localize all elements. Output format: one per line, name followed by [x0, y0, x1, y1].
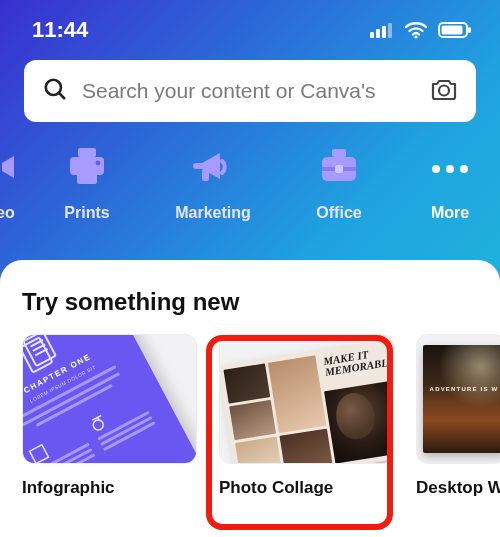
svg-point-15 — [96, 161, 101, 166]
printer-icon — [67, 148, 107, 186]
card-label: Desktop Wal — [416, 478, 500, 498]
wifi-icon — [404, 21, 428, 39]
svg-line-9 — [59, 93, 64, 98]
status-icons — [370, 21, 472, 39]
svg-rect-1 — [376, 29, 380, 38]
card-row[interactable]: CHAPTER ONE LOREM IPSUM DOLOR SIT Infogr… — [22, 334, 500, 498]
search-icon — [42, 76, 68, 106]
svg-rect-7 — [468, 27, 471, 33]
battery-icon — [438, 22, 472, 38]
svg-rect-6 — [442, 26, 463, 35]
category-video-partial[interactable]: eo — [0, 148, 16, 222]
svg-point-4 — [414, 35, 417, 38]
more-icon — [432, 148, 468, 186]
category-row: eo Prints Marketing Office More — [0, 122, 500, 222]
cell-signal-icon — [370, 22, 394, 38]
card-label: Infographic — [22, 478, 197, 498]
category-more[interactable]: More — [410, 148, 490, 222]
status-bar: 11:44 — [0, 0, 500, 60]
svg-rect-16 — [202, 169, 209, 181]
search-placeholder: Search your content or Canva's — [82, 79, 416, 103]
category-marketing[interactable]: Marketing — [158, 148, 268, 222]
category-office[interactable]: Office — [284, 148, 394, 222]
category-label: Office — [316, 204, 361, 222]
card-photo-collage[interactable]: MAKE ITMEMORABLE Photo Collage — [219, 334, 394, 498]
svg-rect-12 — [78, 148, 96, 157]
video-icon — [0, 148, 16, 186]
svg-rect-0 — [370, 32, 374, 38]
svg-rect-21 — [335, 165, 343, 173]
category-label: eo — [0, 204, 15, 222]
svg-rect-14 — [77, 170, 97, 184]
svg-point-10 — [439, 86, 449, 96]
category-label: Marketing — [175, 204, 251, 222]
section-title: Try something new — [22, 288, 500, 316]
camera-icon[interactable] — [430, 77, 458, 105]
svg-rect-2 — [382, 26, 386, 38]
category-label: More — [431, 204, 469, 222]
card-thumb: CHAPTER ONE LOREM IPSUM DOLOR SIT — [22, 334, 197, 464]
search-bar[interactable]: Search your content or Canva's — [24, 60, 476, 122]
app-screen: 11:44 Search your content or Canva's — [0, 0, 500, 537]
svg-rect-3 — [388, 23, 392, 38]
category-prints[interactable]: Prints — [32, 148, 142, 222]
svg-rect-27 — [30, 445, 49, 464]
suggestions-sheet: Try something new CHAPTER ONE LOREM IPSU… — [0, 260, 500, 537]
card-desktop-wallpaper[interactable]: ADVENTURE IS W Desktop Wal — [416, 334, 500, 498]
megaphone-icon — [192, 148, 234, 186]
card-thumb: ADVENTURE IS W — [416, 334, 500, 464]
card-thumb: MAKE ITMEMORABLE — [219, 334, 394, 464]
thumb-wall-text: ADVENTURE IS W — [423, 386, 500, 392]
category-label: Prints — [64, 204, 109, 222]
card-infographic[interactable]: CHAPTER ONE LOREM IPSUM DOLOR SIT Infogr… — [22, 334, 197, 498]
briefcase-icon — [319, 148, 359, 186]
card-label: Photo Collage — [219, 478, 394, 498]
status-time: 11:44 — [32, 17, 88, 43]
